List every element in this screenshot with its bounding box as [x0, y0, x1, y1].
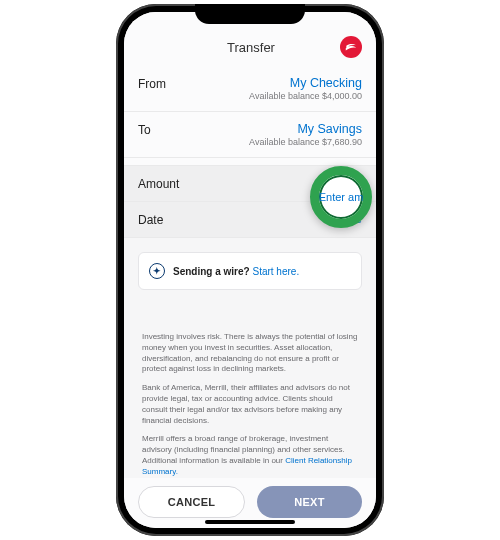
to-label: To	[138, 122, 151, 137]
wire-card[interactable]: ✦ Sending a wire? Start here.	[138, 252, 362, 290]
from-row[interactable]: From My Checking Available balance $4,00…	[124, 66, 376, 112]
disclosure-p1: Investing involves risk. There is always…	[142, 332, 358, 375]
wire-link[interactable]: Start here.	[252, 266, 299, 277]
page-title: Transfer	[162, 40, 340, 55]
amount-placeholder-fragment: Enter am	[319, 191, 364, 203]
to-balance: Available balance $7,680.90	[249, 137, 362, 147]
disclosure-p3: Merrill offers a broad range of brokerag…	[142, 434, 358, 477]
wire-text: Sending a wire? Start here.	[173, 266, 299, 277]
next-button[interactable]: NEXT	[257, 486, 362, 518]
home-indicator[interactable]	[205, 520, 295, 524]
from-account: My Checking	[249, 76, 362, 90]
disclosure-p2: Bank of America, Merrill, their affiliat…	[142, 383, 358, 426]
disclosure: Investing involves risk. There is always…	[124, 298, 376, 478]
notch	[195, 4, 305, 24]
content: From My Checking Available balance $4,00…	[124, 66, 376, 478]
cancel-button[interactable]: CANCEL	[138, 486, 245, 518]
phone-frame: Transfer From My Checking Available bala…	[116, 4, 384, 536]
amount-label: Amount	[138, 176, 179, 191]
section-gap	[124, 158, 376, 166]
tap-highlight: Enter am	[310, 166, 372, 228]
date-label: Date	[138, 212, 163, 227]
lightbulb-icon: ✦	[149, 263, 165, 279]
screen: Transfer From My Checking Available bala…	[124, 12, 376, 528]
wire-question: Sending a wire?	[173, 266, 250, 277]
to-value: My Savings Available balance $7,680.90	[249, 122, 362, 147]
from-label: From	[138, 76, 166, 91]
to-account: My Savings	[249, 122, 362, 136]
to-row[interactable]: To My Savings Available balance $7,680.9…	[124, 112, 376, 158]
bank-logo-icon	[340, 36, 362, 58]
from-balance: Available balance $4,000.00	[249, 91, 362, 101]
from-value: My Checking Available balance $4,000.00	[249, 76, 362, 101]
